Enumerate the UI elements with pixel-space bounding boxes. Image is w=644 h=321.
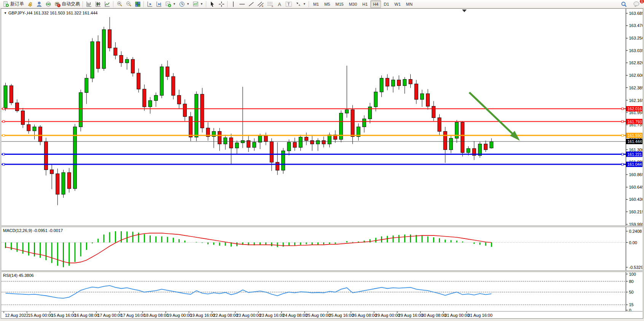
new-order-button[interactable]: 新订单 [2,0,26,8]
macd-panel-canvas[interactable]: 0.24080.00-0.5329 [2,227,642,270]
search-button[interactable] [619,0,629,8]
horizontal-lines[interactable] [2,108,626,165]
new-chart-dropdown[interactable]: ▼ [164,0,177,8]
svg-text:0.2408: 0.2408 [629,229,642,234]
timeframe-button-M15[interactable]: M15 [333,0,346,8]
svg-text:18 Aug 08:00: 18 Aug 08:00 [144,313,169,318]
cursor-tool-button[interactable] [208,0,217,8]
timeframe-button-D1[interactable]: D1 [381,0,392,8]
fibonacci-tool[interactable]: F [266,0,276,8]
toolbar-separator [227,1,228,7]
timeframe-button-H4[interactable]: H4 [370,0,381,8]
trend-arrow-annotation[interactable] [469,92,520,141]
svg-text:T: T [287,2,290,6]
template-dropdown[interactable]: ▼ [191,0,205,8]
candle [4,86,7,108]
timeframe-button-H1[interactable]: H1 [360,0,370,8]
svg-text:22 Aug 08:00: 22 Aug 08:00 [213,313,238,318]
candle [449,138,453,150]
bar-chart-button[interactable] [84,0,94,8]
timeframe-button-MN[interactable]: MN [403,0,415,8]
horizontal-line-tool[interactable] [238,0,247,8]
candle [15,103,19,111]
crosshair-tool-button[interactable] [217,0,226,8]
channel-icon: E [257,1,264,7]
svg-text:29 Aug 00:00: 29 Aug 00:00 [375,313,400,318]
time-axis[interactable]: 12 Aug 202215 Aug 00:0015 Aug 16:0016 Au… [2,311,642,318]
candle [322,141,325,144]
candle [114,48,117,56]
svg-text:163.470: 163.470 [629,23,643,28]
signal-icon [45,1,51,7]
autotrading-button[interactable]: 自动交易 [53,0,81,8]
timeframe-button-M5[interactable]: M5 [322,0,333,8]
tile-windows-button[interactable] [133,0,142,8]
candle [177,95,181,104]
chart-forward-button[interactable] [145,0,155,8]
svg-text:50: 50 [629,290,634,294]
navigator-button[interactable] [44,0,53,8]
zoom-out-button[interactable] [124,0,133,8]
candlestick-chart-button[interactable] [94,0,103,8]
candle [148,100,152,107]
vertical-line-tool[interactable] [229,0,238,8]
timeframe-button-M30[interactable]: M30 [346,0,360,8]
zoom-in-button[interactable] [115,0,124,8]
chevron-down-icon: ▼ [187,2,190,6]
autotrading-label: 自动交易 [62,1,80,7]
price-axis: 163.685163.470163.250163.035162.820162.6… [626,9,643,226]
svg-text:12 Aug 2022: 12 Aug 2022 [5,313,29,318]
text-label-tool[interactable]: T [284,0,294,8]
line-chart-icon [104,1,110,7]
data-window-button[interactable] [35,0,44,8]
svg-text:15: 15 [629,302,634,307]
notifications-button[interactable]: 1 [632,0,642,8]
arrows-icon [295,1,301,7]
svg-text:162.165: 162.165 [629,98,643,103]
candle [10,86,13,103]
period-dropdown[interactable]: ▼ [177,0,191,8]
candle [467,149,470,153]
svg-text:24 Aug 08:00: 24 Aug 08:00 [283,313,308,318]
line-chart-button[interactable] [103,0,112,8]
svg-text:19 Aug 16:00: 19 Aug 16:00 [190,313,215,318]
candle [67,173,71,189]
candle [62,173,65,194]
candle [264,136,268,142]
equidistant-channel-tool[interactable]: E [256,0,266,8]
chart-end-button[interactable] [155,0,164,8]
market-watch-button[interactable] [26,0,35,8]
new-order-label: 新订单 [10,1,24,7]
toolbar-separator [113,1,114,7]
svg-text:162.016: 162.016 [628,106,642,111]
candle [218,132,221,144]
rsi-axis: 1008050150 [626,272,636,311]
candle [299,137,302,148]
svg-text:30 Aug 08:00: 30 Aug 08:00 [421,313,446,318]
chart-shift-marker[interactable] [462,10,467,12]
rsi-panel-canvas[interactable]: 1008050150 [2,272,642,311]
timeframe-button-W1[interactable]: W1 [392,0,403,8]
one-click-trading-icon[interactable]: ▼ [4,11,7,15]
candle [241,141,244,143]
crosshair-icon [218,1,225,7]
macd-histogram [6,231,492,267]
bar-chart-icon [86,1,92,7]
text-tool[interactable]: A [276,0,284,8]
candle [420,94,424,99]
timeframe-button-M1[interactable]: M1 [311,0,322,8]
candle [270,142,273,162]
candle [154,95,158,100]
chart-title: ▼GBPJPY-,H4 161.332 161.503 161.322 161.… [4,11,97,15]
text-icon: A [277,1,282,7]
text-label-icon: T [285,1,292,7]
arrows-dropdown[interactable]: ▼ [294,0,308,8]
toolbar-separator [83,1,83,7]
chart-template-icon [193,1,199,7]
svg-text:-0.5329: -0.5329 [629,265,643,270]
rsi-indicator-label: RSI(14) 45.3806 [3,273,34,278]
main-chart-canvas[interactable]: 163.685163.470163.250163.035162.820162.6… [2,9,642,226]
candle [351,110,354,137]
trendline-tool[interactable] [247,0,256,8]
chevron-down-icon: ▼ [303,2,306,6]
